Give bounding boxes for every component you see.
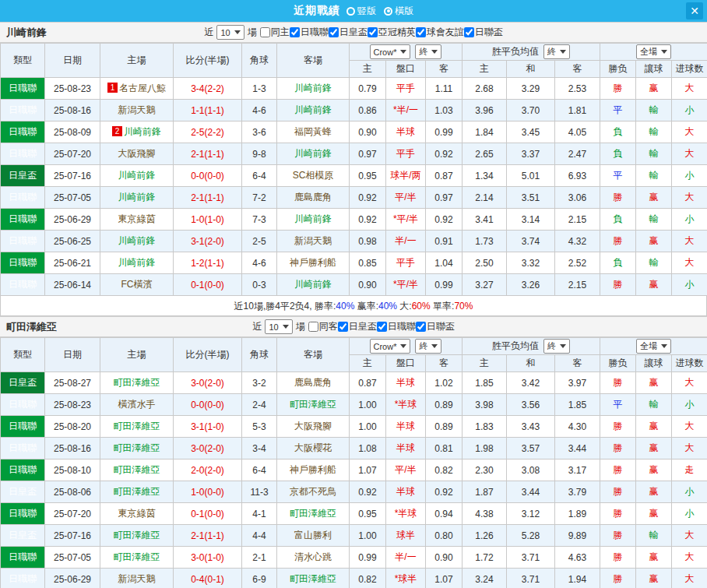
full-match-select[interactable]: 全場: [636, 339, 671, 354]
filter-checkbox[interactable]: 日職聯: [377, 320, 416, 333]
away-team-name[interactable]: 大阪櫻花: [294, 442, 332, 453]
close-button[interactable]: ✕: [686, 2, 703, 19]
avg-final-select[interactable]: 終: [543, 339, 570, 354]
home-team-name[interactable]: FC橫濱: [121, 279, 153, 290]
avg-away-odds: 1.81: [555, 100, 600, 121]
checkbox-input[interactable]: [368, 27, 378, 37]
avg-final-select[interactable]: 終: [543, 44, 570, 59]
home-team-name[interactable]: 町田澤維亞: [114, 530, 160, 540]
checkbox-input[interactable]: [260, 27, 270, 37]
away-team-name[interactable]: 新潟天鵝: [294, 235, 332, 246]
radio-icon[interactable]: [384, 7, 392, 16]
home-team-cell: 町田澤維亞: [100, 416, 174, 438]
home-team-name[interactable]: 町田澤維亞: [114, 377, 160, 388]
odds-source-select[interactable]: Crow*: [370, 44, 411, 59]
home-team-name[interactable]: 川崎前鋒: [124, 126, 161, 137]
score: 3-0(2-0): [174, 438, 242, 459]
filter-checkbox[interactable]: 日皇盃: [329, 26, 368, 39]
away-team-name[interactable]: 神戶勝利船: [290, 464, 336, 475]
filter-checkbox[interactable]: 亞冠精英: [368, 26, 416, 39]
checkbox-input[interactable]: [416, 322, 426, 332]
away-team-name[interactable]: 富山勝利: [294, 530, 332, 540]
away-team-name[interactable]: 鹿島鹿角: [294, 377, 332, 388]
games-count-select[interactable]: 10: [216, 25, 244, 40]
filter-checkbox[interactable]: 球會友誼: [416, 26, 464, 39]
home-team-name[interactable]: 大阪飛腳: [118, 148, 156, 159]
filter-checkbox[interactable]: 同主: [260, 26, 290, 39]
filter-checkbox[interactable]: 日皇盃: [338, 320, 377, 333]
away-team-name[interactable]: 町田澤維亞: [290, 573, 336, 584]
filter-checkbox[interactable]: 同客: [308, 320, 338, 333]
home-team-name[interactable]: 川崎前鋒: [118, 170, 156, 181]
away-team-name[interactable]: 川崎前鋒: [294, 83, 332, 93]
home-team-name[interactable]: 東京綠茵: [118, 508, 156, 519]
away-team-name[interactable]: 町田澤維亞: [290, 399, 336, 410]
final-odds-select[interactable]: 終: [415, 44, 441, 59]
checkbox-input[interactable]: [308, 322, 318, 332]
home-team-name[interactable]: 新潟天鵝: [118, 104, 156, 115]
away-team-name[interactable]: 神戶勝利船: [290, 257, 336, 268]
away-team-name[interactable]: SC相模原: [293, 170, 334, 181]
checkbox-input[interactable]: [338, 322, 348, 332]
col-header-away: 客場: [277, 338, 350, 372]
radio-icon[interactable]: [346, 7, 355, 16]
full-match-select[interactable]: 全場: [636, 44, 671, 59]
home-team-name[interactable]: 新潟天鵝: [118, 573, 156, 584]
away-team-name[interactable]: 川崎前鋒: [294, 279, 332, 290]
checkbox-input[interactable]: [416, 27, 426, 37]
odds-source-select[interactable]: Crow*: [370, 339, 411, 354]
filter-checkbox[interactable]: 日職聯: [290, 26, 329, 39]
avg-final-value: 終: [547, 340, 556, 352]
filter-checkbox[interactable]: 日聯盃: [416, 320, 455, 333]
home-team-name[interactable]: 名古屋八鯨: [119, 83, 166, 93]
games-count-select[interactable]: 10: [265, 319, 292, 334]
match-result: 勝: [600, 459, 636, 481]
away-team-name[interactable]: 川崎前鋒: [294, 213, 332, 224]
home-team-cell: 町田澤維亞: [100, 459, 174, 481]
chevron-down-icon: [560, 50, 566, 54]
home-team-name[interactable]: 東京綠茵: [118, 213, 156, 224]
competition-type: 日職聯: [1, 78, 45, 100]
handicap-result: 赢: [636, 481, 672, 503]
corners: 7-3: [242, 209, 277, 231]
layout-radio[interactable]: 橫版: [384, 5, 413, 18]
home-team-name[interactable]: 町田澤維亞: [114, 464, 160, 475]
avg-away-odds: 3.44: [555, 438, 600, 459]
away-team-name[interactable]: 川崎前鋒: [294, 148, 332, 159]
home-team-cell: 町田澤維亞: [100, 481, 174, 503]
match-result: 負: [600, 252, 636, 274]
away-team-name[interactable]: 川崎前鋒: [294, 104, 332, 115]
home-team-name[interactable]: 町田澤維亞: [114, 551, 160, 562]
away-odds: 1.07: [426, 569, 463, 588]
checkbox-input[interactable]: [290, 27, 300, 37]
away-team-name[interactable]: 町田澤維亞: [290, 508, 336, 519]
away-odds: 0.92: [426, 209, 463, 231]
home-team-name[interactable]: 川崎前鋒: [118, 257, 156, 268]
away-team-name[interactable]: 大阪飛腳: [294, 421, 332, 431]
home-team-name[interactable]: 橫濱水手: [118, 399, 156, 410]
away-team-cell: 川崎前鋒: [277, 209, 350, 231]
home-team-name[interactable]: 川崎前鋒: [118, 235, 156, 246]
match-row: 日皇盃25-08-27町田澤維亞3-0(2-0)3-2鹿島鹿角0.87半球1.0…: [1, 372, 707, 394]
handicap-line: 半/一: [386, 547, 426, 569]
checkbox-input[interactable]: [464, 27, 474, 37]
checkbox-input[interactable]: [377, 322, 387, 332]
avg-away-odds: 2.15: [555, 274, 600, 296]
summary-segment: 近10場,勝4平2负4, 勝率:: [234, 301, 336, 312]
col-header-handicap: 盤口: [386, 61, 426, 78]
final-odds-select[interactable]: 終: [415, 339, 441, 354]
home-team-name[interactable]: 町田澤維亞: [114, 421, 160, 431]
away-team-name[interactable]: 鹿島鹿角: [294, 192, 332, 202]
chevron-down-icon: [400, 344, 406, 348]
home-team-name[interactable]: 町田澤維亞: [114, 486, 160, 497]
filter-checkbox[interactable]: 日聯盃: [464, 26, 503, 39]
home-team-name[interactable]: 町田澤維亞: [114, 442, 160, 453]
home-team-name[interactable]: 川崎前鋒: [118, 192, 156, 202]
away-team-name[interactable]: 京都不死鳥: [290, 486, 336, 497]
away-team-name[interactable]: 清水心跳: [294, 551, 332, 562]
checkbox-input[interactable]: [329, 27, 339, 37]
away-odds: 1.03: [426, 100, 463, 121]
avg-draw-odds: 3.43: [507, 416, 555, 438]
layout-radio[interactable]: 豎版: [346, 5, 376, 18]
away-team-name[interactable]: 福岡黃蜂: [294, 126, 332, 137]
